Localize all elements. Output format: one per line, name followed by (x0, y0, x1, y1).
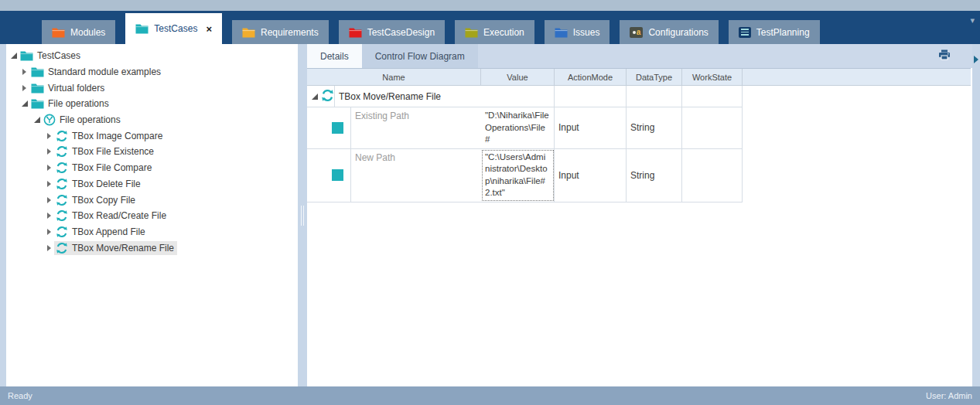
expander-collapsed-icon[interactable] (19, 69, 29, 75)
tab-control-flow-diagram[interactable]: Control Flow Diagram (362, 44, 478, 68)
tab-details[interactable]: Details (307, 44, 362, 68)
tab-issues[interactable]: Issues (545, 20, 610, 44)
attribute-square-icon (332, 169, 343, 181)
testcase-folder-icon (43, 114, 56, 126)
cell-value[interactable] (481, 86, 555, 107)
tab-label: TestCases (154, 23, 197, 34)
cell-workstate[interactable] (682, 107, 743, 148)
details-grid: TBox Move/Rename File Existing Path "D:\… (307, 86, 743, 202)
left-edge-strip (0, 44, 6, 386)
grid-row-testcase[interactable]: TBox Move/Rename File (307, 86, 743, 107)
grid-row-new-path[interactable]: New Path "C:\Users\Administrator\Desktop… (307, 149, 743, 202)
sync-icon (56, 178, 68, 190)
expander-collapsed-icon[interactable] (44, 245, 54, 251)
expander-expanded-icon[interactable] (32, 117, 42, 123)
row-name[interactable]: Existing Path (351, 107, 481, 148)
cell-workstate[interactable] (682, 86, 743, 107)
expander-expanded-icon[interactable] (309, 94, 319, 100)
tree-item-file-operations-testcase-folder[interactable]: File operations (6, 112, 298, 128)
selected-tree-node[interactable]: TBox Move/Rename File (54, 241, 177, 255)
cell-datatype[interactable] (627, 86, 682, 107)
panel-expand-arrow-icon[interactable] (974, 56, 978, 63)
cell-datatype[interactable]: String (627, 149, 682, 202)
window-top-strip (0, 0, 980, 11)
column-header-actionmode[interactable]: ActionMode (555, 69, 627, 85)
tree-item-tbox-file-existence[interactable]: TBox File Existence (6, 144, 298, 160)
sync-icon (321, 89, 334, 104)
expander-collapsed-icon[interactable] (44, 148, 54, 155)
tab-testcasedesign[interactable]: TestCaseDesign (339, 20, 445, 44)
printer-icon[interactable] (938, 49, 951, 63)
expander-collapsed-icon[interactable] (44, 165, 54, 171)
tree-item-tbox-file-compare[interactable]: TBox File Compare (6, 160, 298, 176)
application-window: Modules TestCases × Requirements TestCas… (0, 0, 980, 405)
tab-label: Configurations (648, 27, 708, 38)
expander-collapsed-icon[interactable] (44, 133, 54, 139)
modules-folder-icon (52, 27, 65, 38)
tree-item-tbox-move-rename-file[interactable]: TBox Move/Rename File (6, 240, 298, 256)
tree-item-standard-module-examples[interactable]: Standard module examples (6, 64, 298, 80)
expander-collapsed-icon[interactable] (44, 213, 54, 219)
cell-datatype[interactable]: String (627, 107, 682, 148)
expander-collapsed-icon[interactable] (19, 85, 29, 91)
row-name[interactable]: New Path (351, 149, 481, 202)
tab-configurations[interactable]: a Configurations (620, 20, 718, 44)
column-header-datatype[interactable]: DataType (627, 69, 682, 85)
column-header-workstate[interactable]: WorkState (682, 69, 743, 85)
column-header-filler (743, 69, 971, 85)
folder-icon (20, 50, 33, 61)
tab-label: Issues (573, 27, 600, 38)
execution-folder-icon (465, 27, 478, 38)
cell-actionmode[interactable]: Input (555, 107, 627, 148)
expander-expanded-icon[interactable] (9, 53, 19, 59)
tree-item-tbox-append-file[interactable]: TBox Append File (6, 224, 298, 240)
main-content: TestCases Standard module examples Virtu… (0, 44, 980, 386)
tab-testcases[interactable]: TestCases × (125, 13, 222, 44)
status-bar: Ready User: Admin (0, 386, 980, 405)
cell-actionmode[interactable]: Input (555, 149, 627, 202)
folder-icon (31, 66, 44, 77)
cell-workstate[interactable] (682, 149, 743, 202)
tab-label: TestCaseDesign (367, 27, 435, 38)
sync-icon (56, 209, 68, 222)
panel-splitter[interactable] (298, 44, 307, 386)
tree-item-tbox-read-create-file[interactable]: TBox Read/Create File (6, 208, 298, 224)
expander-collapsed-icon[interactable] (44, 181, 54, 187)
tree-item-tbox-copy-file[interactable]: TBox Copy File (6, 192, 298, 208)
folder-icon (31, 83, 44, 94)
column-header-value[interactable]: Value (481, 69, 555, 85)
perspective-tabbar: Modules TestCases × Requirements TestCas… (0, 11, 980, 44)
attribute-square-icon (332, 122, 343, 134)
expander-expanded-icon[interactable] (19, 100, 29, 107)
requirements-folder-icon (242, 27, 255, 38)
testplanning-list-icon (739, 27, 751, 38)
tab-label: Execution (483, 27, 524, 38)
tree-item-testcases[interactable]: TestCases (6, 48, 298, 64)
tab-testplanning[interactable]: TestPlanning (729, 20, 820, 44)
splitter-grip-icon (301, 206, 304, 226)
tab-requirements[interactable]: Requirements (232, 20, 329, 44)
cell-value-focused[interactable]: "C:\Users\Administrator\Desktop\niharika… (481, 149, 555, 202)
sync-icon (56, 162, 68, 174)
tree-item-file-operations-folder[interactable]: File operations (6, 96, 298, 112)
cell-actionmode[interactable] (555, 86, 627, 107)
row-name[interactable]: TBox Move/Rename File (335, 86, 481, 107)
sync-icon (56, 130, 68, 142)
cell-value[interactable]: "D:\Niharika\File Operations\File# (481, 107, 555, 148)
close-icon[interactable]: × (206, 24, 212, 34)
tab-modules[interactable]: Modules (42, 20, 115, 44)
issues-folder-icon (555, 27, 568, 38)
tree-item-tbox-delete-file[interactable]: TBox Delete File (6, 176, 298, 192)
tab-execution[interactable]: Execution (455, 20, 534, 44)
tab-label: Modules (70, 27, 105, 38)
grid-row-existing-path[interactable]: Existing Path "D:\Niharika\File Operatio… (307, 107, 743, 149)
tab-label: Requirements (261, 27, 319, 38)
column-header-name[interactable]: Name (307, 69, 481, 85)
tab-overflow-chevron-icon[interactable]: ▾ (970, 15, 975, 26)
expander-collapsed-icon[interactable] (44, 197, 54, 203)
tree-item-virtual-folders[interactable]: Virtual folders (6, 80, 298, 96)
expander-collapsed-icon[interactable] (44, 229, 54, 235)
tree-item-tbox-image-compare[interactable]: TBox Image Compare (6, 128, 298, 144)
testcases-folder-icon (135, 23, 149, 34)
grid-header-row: Name Value ActionMode DataType WorkState (307, 68, 971, 86)
